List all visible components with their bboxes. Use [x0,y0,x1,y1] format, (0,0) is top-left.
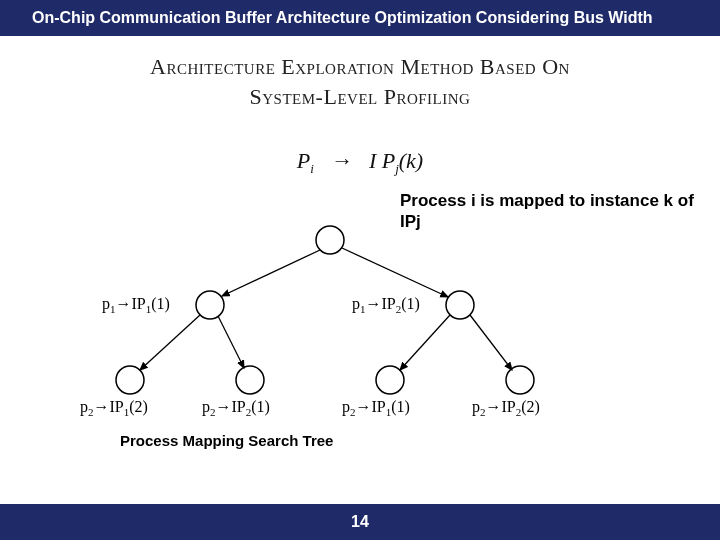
lbl-arg: (2) [521,398,540,415]
section-heading: Architecture Exploration Method Based On… [0,52,720,111]
page-number: 14 [351,513,369,531]
tree-label-l2b: p2→IP2(1) [202,398,270,418]
notation-arrow: → [330,148,352,173]
map-arrow-icon: → [94,398,110,415]
lbl-arg: (1) [151,295,170,312]
lbl-ip: IP [132,295,146,312]
map-arrow-icon: → [356,398,372,415]
lbl-arg: (1) [251,398,270,415]
lbl-ip: IP [232,398,246,415]
title-bar: On-Chip Communication Buffer Architectur… [0,0,720,36]
section-line-1: Architecture Exploration Method Based On [150,54,570,79]
lbl-ip: IP [382,295,396,312]
svg-line-12 [470,315,512,370]
lbl-arg: (2) [129,398,148,415]
svg-line-10 [218,316,244,368]
lbl-ip: IP [502,398,516,415]
svg-point-4 [236,366,264,394]
footer-bar: 14 [0,504,720,540]
lbl-p: p [80,398,88,415]
notation-rhs-base: I P [369,148,395,173]
lbl-p: p [202,398,210,415]
notation-lhs-sub: i [310,161,314,176]
tree-label-l2d: p2→IP2(2) [472,398,540,418]
lbl-p: p [472,398,480,415]
svg-point-5 [376,366,404,394]
map-arrow-icon: → [486,398,502,415]
tree-svg [60,220,620,420]
lbl-arg: (1) [401,295,420,312]
tree-label-l2a: p2→IP1(2) [80,398,148,418]
svg-line-7 [222,250,320,296]
svg-point-3 [116,366,144,394]
lbl-p: p [102,295,110,312]
mapping-notation: Pi → I Pj(k) [0,148,720,177]
lbl-ip: IP [372,398,386,415]
notation-lhs-base: P [297,148,310,173]
lbl-ip: IP [110,398,124,415]
map-arrow-icon: → [216,398,232,415]
map-arrow-icon: → [366,295,382,312]
slide: On-Chip Communication Buffer Architectur… [0,0,720,540]
svg-point-6 [506,366,534,394]
lbl-p: p [352,295,360,312]
search-tree-diagram: p1→IP1(1) p1→IP2(1) p2→IP1(2) p2→IP2(1) … [60,220,620,420]
tree-label-l1b: p1→IP2(1) [352,295,420,315]
tree-label-l2c: p2→IP1(1) [342,398,410,418]
svg-point-0 [316,226,344,254]
svg-line-11 [400,315,450,370]
svg-point-1 [196,291,224,319]
map-arrow-icon: → [116,295,132,312]
notation-rhs-arg: (k) [399,148,423,173]
slide-title: On-Chip Communication Buffer Architectur… [32,9,653,27]
lbl-arg: (1) [391,398,410,415]
lbl-p: p [342,398,350,415]
diagram-caption: Process Mapping Search Tree [120,432,333,449]
svg-line-9 [140,315,200,370]
tree-label-l1a: p1→IP1(1) [102,295,170,315]
svg-point-2 [446,291,474,319]
svg-line-8 [342,248,448,297]
section-line-2: System-Level Profiling [250,84,471,109]
